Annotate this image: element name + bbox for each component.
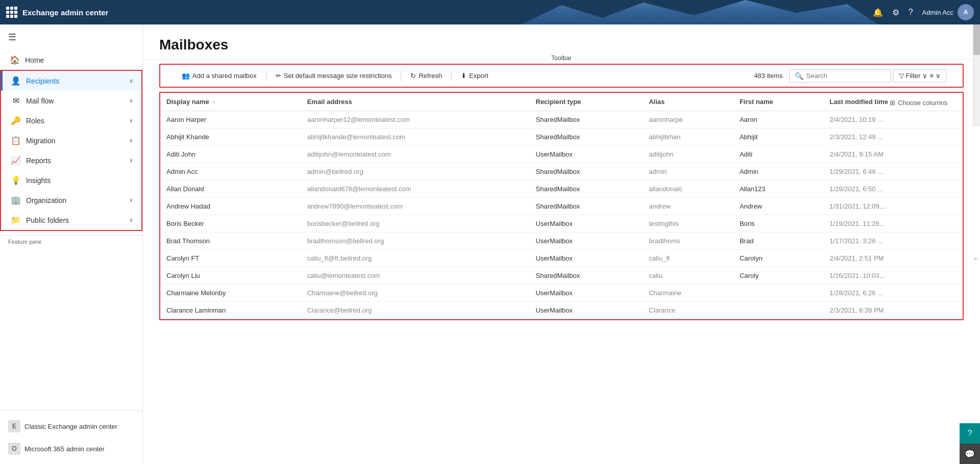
cell-display-name: Abhijit Khande (160, 128, 301, 146)
migration-icon: 📋 (11, 136, 21, 145)
sidebar-item-reports[interactable]: 📈 Reports ∨ (1, 150, 141, 170)
col-display-name[interactable]: Display name ↑ (160, 93, 301, 111)
sidebar-footer: E Classic Exchange admin center O Micros… (0, 410, 142, 464)
sidebar-label-roles: Roles (26, 117, 129, 125)
sidebar-item-insights[interactable]: 💡 Insights (1, 170, 141, 190)
col-first-name: First name (733, 93, 823, 111)
feature-pane-label: Feature pane (0, 235, 142, 246)
table-header: Display name ↑ Email address Recipient t… (160, 93, 963, 111)
cell-display-name: Clarance Laminman (160, 302, 301, 319)
cell-alias: admin (643, 163, 733, 181)
sidebar-item-home[interactable]: 🏠 Home (0, 50, 142, 70)
table-row[interactable]: Andrew Hadad andrew7890@lemonteatest.com… (160, 198, 963, 215)
sidebar-item-public-folders[interactable]: 📁 Public folders ∨ (1, 210, 141, 230)
filter-button[interactable]: ▽ Filter ∨ ≡ ∨ (893, 69, 946, 83)
search-input[interactable] (806, 72, 878, 80)
col-last-modified-label: Last modified time (829, 98, 888, 106)
cell-last-modified: 2/4/2021, 10:19 ... (823, 111, 963, 128)
toolbar-divider-3 (451, 71, 452, 81)
table-row[interactable]: Carolyn Liu caliu@lemonteatest.com Share… (160, 267, 963, 285)
table-row[interactable]: Clarance Laminman Clarance@bellred.org U… (160, 302, 963, 319)
classic-eac-label: Classic Exchange admin center (24, 423, 117, 430)
choose-columns-button[interactable]: ⊞ Choose columns (890, 99, 947, 107)
table-row[interactable]: Aditi John aditijohn@lemonteatest.com Us… (160, 146, 963, 163)
avatar: A (958, 4, 974, 20)
cell-email: abhijitkhande@lemonteatest.com (301, 128, 530, 146)
cell-alias: testingthis (643, 215, 733, 233)
table-row[interactable]: Allan Donald allandonald678@lemonteatest… (160, 181, 963, 198)
public-folders-icon: 📁 (11, 215, 21, 225)
cell-recipient-type: UserMailbox (530, 146, 643, 163)
sidebar-item-organization[interactable]: 🏢 Organization ∨ (1, 190, 141, 210)
add-shared-mailbox-button[interactable]: 👥 Add a shared mailbox (177, 69, 262, 83)
sidebar-item-migration[interactable]: 📋 Migration ∨ (1, 131, 141, 150)
sidebar-item-mail-flow[interactable]: ✉ Mail flow ∨ (1, 91, 141, 111)
user-info[interactable]: Admin Acc A (922, 4, 974, 20)
table-row[interactable]: Abhijit Khande abhijitkhande@lemonteates… (160, 128, 963, 146)
sidebar-item-roles[interactable]: 🔑 Roles ∨ (1, 111, 141, 131)
cell-last-modified: 2/4/2021, 2:51 PM (823, 250, 963, 267)
more-chevron: ∨ (936, 72, 941, 80)
cell-recipient-type: SharedMailbox (530, 128, 643, 146)
search-box[interactable]: 🔍 (789, 69, 891, 83)
cell-last-modified: 1/29/2021, 6:48 ... (823, 163, 963, 181)
cell-email: caliu@lemonteatest.com (301, 267, 530, 285)
list-view-annotation: ← List view (973, 255, 980, 262)
cell-email: allandonald678@lemonteatest.com (301, 181, 530, 198)
insights-icon: 💡 (11, 175, 21, 185)
cell-recipient-type: SharedMailbox (530, 163, 643, 181)
col-first-name-label: First name (740, 98, 773, 106)
main-content: Mailboxes Toolbar 👥 Add a shared mailbox… (143, 24, 980, 464)
sidebar-label-reports: Reports (26, 157, 129, 165)
cell-recipient-type: UserMailbox (530, 285, 643, 302)
table-row[interactable]: Charmaine Melonby Charmaine@bellred.org … (160, 285, 963, 302)
cell-last-modified: 2/3/2021, 12:49 ... (823, 128, 963, 146)
cell-email: Clarance@bellred.org (301, 302, 530, 319)
settings-icon[interactable]: ⚙ (892, 8, 899, 17)
bell-icon[interactable]: 🔔 (873, 8, 883, 17)
cell-first-name: Admin (733, 163, 823, 181)
cell-last-modified: 1/31/2021, 12:09... (823, 198, 963, 215)
cell-display-name: Carolyn Liu (160, 267, 301, 285)
export-button[interactable]: ⬇ Export (456, 69, 494, 83)
table-body: Aaron Harper aaronharper12@lemonteatest.… (160, 111, 963, 319)
cell-display-name: Charmaine Melonby (160, 285, 301, 302)
sidebar-highlighted-section: 👤 Recipients ∨ ✉ Mail flow ∨ 🔑 Roles ∨ 📋… (0, 70, 142, 231)
cell-email: Charmaine@bellred.org (301, 285, 530, 302)
scrollbar-thumb[interactable] (973, 24, 980, 55)
set-default-label: Set default message size restrictions (284, 72, 392, 80)
chevron-down-icon: ∨ (129, 157, 133, 164)
sidebar-item-recipients[interactable]: 👤 Recipients ∨ (1, 71, 141, 91)
refresh-button[interactable]: ↻ Refresh (405, 69, 447, 83)
help-icon[interactable]: ? (909, 8, 913, 17)
right-scrollbar[interactable] (973, 24, 980, 126)
table-row[interactable]: Admin Acc admin@bellred.org SharedMailbo… (160, 163, 963, 181)
cell-last-modified: 2/3/2021, 6:39 PM (823, 302, 963, 319)
topbar-right: 🔔 ⚙ ? Admin Acc A (873, 4, 974, 20)
cell-first-name: Carolyn (733, 250, 823, 267)
refresh-icon: ↻ (410, 72, 416, 80)
help-float-button[interactable]: ? (960, 423, 980, 444)
cell-display-name: Aaron Harper (160, 111, 301, 128)
cell-display-name: Admin Acc (160, 163, 301, 181)
chevron-down-icon: ∨ (129, 97, 133, 104)
table-row[interactable]: Brad Thomson bradthomson@bellred.org Use… (160, 233, 963, 250)
set-default-button[interactable]: ✏ Set default message size restrictions (271, 69, 397, 83)
sidebar-footer-m365[interactable]: O Microsoft 365 admin center (0, 437, 142, 460)
home-icon: 🏠 (10, 55, 20, 65)
cell-alias: bradthoms (643, 233, 733, 250)
hamburger-button[interactable]: ☰ (0, 24, 142, 50)
table-row[interactable]: Boris Becker borisbecker@bellred.org Use… (160, 215, 963, 233)
table-row[interactable]: Aaron Harper aaronharper12@lemonteatest.… (160, 111, 963, 128)
chat-float-button[interactable]: 💬 (960, 444, 980, 464)
sidebar-footer-classic-eac[interactable]: E Classic Exchange admin center (0, 415, 142, 437)
cell-recipient-type: SharedMailbox (530, 198, 643, 215)
table-row[interactable]: Carolyn FT caliu_ft@ft.bellred.org UserM… (160, 250, 963, 267)
mail-flow-icon: ✉ (11, 96, 21, 106)
sidebar-label-migration: Migration (26, 137, 129, 145)
grid-icon[interactable] (6, 7, 17, 18)
cell-alias: aditijohn (643, 146, 733, 163)
sidebar-label-mail-flow: Mail flow (26, 97, 129, 105)
table-wrapper: Display name ↑ Email address Recipient t… (143, 92, 980, 464)
header-row: Display name ↑ Email address Recipient t… (160, 93, 963, 111)
